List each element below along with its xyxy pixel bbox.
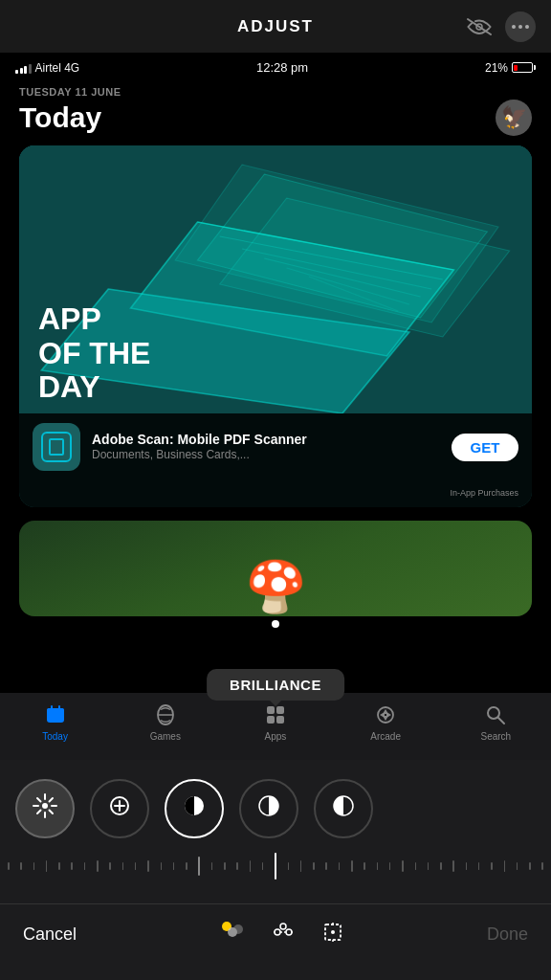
brilliance-icon [181,792,208,826]
avatar-emoji: 🦅 [501,105,527,130]
battery-percent: 21% [485,61,508,75]
highlights-icon [255,792,282,826]
svg-point-38 [42,803,48,809]
shadows-icon [330,792,357,826]
auto-icon [31,791,59,827]
app-info: Adobe Scan: Mobile PDF Scanner Documents… [92,431,440,463]
filter-icon[interactable] [272,921,295,949]
tab-games-label: Games [150,731,181,742]
tool-auto[interactable] [15,779,75,838]
svg-rect-22 [276,716,284,724]
edit-toolbar: Cancel [0,760,551,980]
tab-search-label: Search [481,731,512,742]
svg-marker-27 [380,712,385,718]
mushroom-decoration: 🍄 [245,562,307,616]
search-tab-icon [485,704,506,729]
svg-point-55 [331,930,335,934]
today-tab-icon [45,704,66,729]
signal-bars [15,62,32,74]
tool-highlights[interactable] [239,779,298,838]
app-desc: Documents, Business Cards,... [92,448,440,463]
tool-exposure[interactable] [90,779,149,838]
svg-rect-20 [276,706,284,714]
svg-rect-19 [267,706,275,714]
tab-search[interactable]: Search [467,704,524,742]
app-icon [33,423,80,471]
svg-line-37 [37,810,41,813]
tab-today[interactable]: Today [27,704,84,742]
svg-point-48 [275,929,280,935]
apps-tab-icon [265,704,286,729]
svg-rect-14 [47,708,64,713]
aotd-title: APPOF THEDAY [38,302,150,404]
phone-screen: Airtel 4G 12:28 pm 21% TUESDAY 11 JUNE T… [0,53,551,760]
tool-circles-row [0,760,551,838]
today-title: Today [19,101,101,134]
cancel-button[interactable]: Cancel [23,924,77,945]
carrier-label: Airtel 4G [35,61,80,75]
card-app-row: Adobe Scan: Mobile PDF Scanner Documents… [19,413,532,480]
svg-rect-15 [51,705,53,710]
app-store-content: TUESDAY 11 JUNE Today 🦅 [0,78,551,616]
tab-apps[interactable]: Apps [247,704,304,742]
second-card-content: 🍄 [19,521,532,616]
slider-needle [275,853,276,880]
svg-rect-16 [58,705,60,710]
games-tab-icon [155,704,176,729]
tab-apps-label: Apps [265,731,287,742]
svg-point-50 [280,924,286,929]
tool-brilliance[interactable] [165,779,224,838]
brilliance-tooltip: BRILLIANCE [207,669,344,701]
app-name: Adobe Scan: Mobile PDF Scanner [92,431,440,448]
card-graphic: APPOF THEDAY [19,145,532,413]
svg-point-49 [286,929,292,935]
adjust-title: ADJUST [237,17,314,36]
svg-rect-21 [267,716,275,724]
tool-shadows[interactable] [314,779,373,838]
crop-icon[interactable] [321,921,344,949]
svg-line-36 [50,798,54,802]
bottom-icons [220,920,344,950]
slider-container[interactable] [0,838,551,880]
eye-slash-icon[interactable] [465,16,494,37]
exposure-icon [106,792,133,826]
adjust-icons [465,11,536,42]
slider-track[interactable] [0,852,551,880]
bottom-action-bar: Cancel [0,903,551,980]
svg-point-47 [233,924,243,934]
status-left: Airtel 4G [15,61,79,75]
adjustments-icon[interactable] [220,920,245,950]
date-label: TUESDAY 11 JUNE [19,86,532,98]
app-of-day-card[interactable]: APPOF THEDAY Adobe Scan: Mobile PDF Scan… [19,145,532,507]
done-button[interactable]: Done [487,924,528,945]
svg-point-28 [488,707,499,719]
svg-line-34 [37,798,41,802]
svg-line-35 [50,810,54,813]
tab-today-label: Today [42,731,68,742]
second-card[interactable]: 🍄 [19,521,532,616]
status-right: 21% [485,61,536,75]
arcade-tab-icon [375,704,396,729]
card-text-overlay: APPOF THEDAY [19,287,169,413]
get-button[interactable]: GET [452,434,518,461]
adjust-bar: ADJUST [0,0,551,53]
svg-line-29 [498,718,504,724]
status-time: 12:28 pm [256,60,308,75]
in-app-purchases-label: In-App Purchases [450,488,518,498]
status-bar: Airtel 4G 12:28 pm 21% [0,53,551,78]
page-dot-indicator [272,620,279,628]
avatar[interactable]: 🦅 [496,100,532,136]
app-icon-inner [41,432,72,462]
tab-games[interactable]: Games [137,704,194,742]
get-label: GET [471,439,500,456]
battery-icon [512,62,536,73]
more-icon[interactable] [505,11,536,42]
tab-arcade[interactable]: Arcade [357,704,414,742]
today-header: Today 🦅 [19,100,532,136]
tab-arcade-label: Arcade [370,731,401,742]
